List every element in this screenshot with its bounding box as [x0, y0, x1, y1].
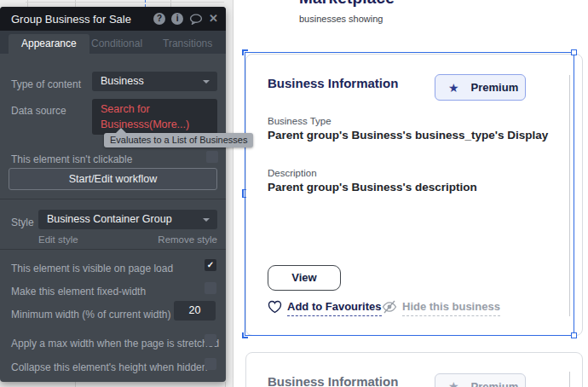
start-edit-workflow-button[interactable]: Start/Edit workflow: [9, 168, 217, 190]
business-type-value: Parent group's Business's business_type'…: [268, 129, 548, 142]
remove-style-link[interactable]: Remove style: [158, 234, 217, 245]
section-divider: [0, 199, 226, 199]
responsive-guide-line: [145, 0, 146, 7]
style-value: Business Container Group: [38, 210, 217, 229]
max-width-label: Apply a max width when the page is stret…: [11, 338, 219, 349]
not-clickable-label: This element isn't clickable: [11, 153, 132, 165]
style-dropdown[interactable]: Business Container Group: [38, 210, 217, 229]
info-icon[interactable]: i: [171, 13, 183, 25]
type-of-content-value: Business: [92, 72, 217, 91]
card-title: Business Information: [268, 76, 398, 90]
edit-style-link[interactable]: Edit style: [38, 234, 78, 245]
min-width-label: Minimum width (% of current width): [11, 309, 170, 321]
premium-badge[interactable]: ★ Premium: [435, 74, 526, 101]
editor-screen: Marketplace businesses showing Business …: [0, 0, 588, 387]
visible-on-load-label: This element is visible on page load: [11, 263, 173, 274]
page-title: Marketplace: [299, 0, 395, 8]
style-label: Style: [11, 217, 34, 228]
premium-label: Premium: [471, 81, 519, 94]
canvas-guide: [75, 382, 76, 387]
panel-tabs: Appearance Conditional Transitions: [0, 31, 226, 54]
card-title: Business Information: [268, 374, 398, 387]
businesses-count-text: businesses showing: [299, 14, 383, 24]
selection-handle-top-right[interactable]: [571, 49, 577, 55]
star-icon: ★: [448, 380, 459, 387]
page-preview: Marketplace businesses showing Business …: [233, 0, 588, 387]
add-to-favourites-link[interactable]: Add to Favourites: [287, 300, 382, 316]
tab-appearance[interactable]: Appearance: [9, 34, 89, 54]
section-divider: [0, 249, 226, 250]
panel-header[interactable]: Group Business for Sale ? i ✕: [0, 7, 226, 31]
selection-bracket-bottom-left: [242, 332, 248, 338]
description-value: Parent group's Business's description: [268, 181, 477, 194]
property-editor-panel: Group Business for Sale ? i ✕ Appearance…: [0, 7, 226, 382]
data-source-expression[interactable]: Search for Businesss(More...): [92, 99, 217, 135]
chevron-down-icon: [203, 80, 210, 84]
chevron-down-icon: [203, 218, 210, 222]
fixed-width-checkbox[interactable]: [205, 282, 216, 294]
expression-tooltip: Evaluates to a List of Businesses: [104, 133, 253, 147]
view-button[interactable]: View: [268, 265, 341, 291]
comment-icon[interactable]: [189, 14, 203, 25]
fixed-width-label: Make this element fixed-width: [11, 286, 146, 297]
check-icon: ✓: [207, 260, 214, 269]
collapse-height-checkbox[interactable]: [205, 358, 216, 370]
not-clickable-checkbox[interactable]: [206, 151, 218, 163]
business-type-label: Business Type: [268, 116, 331, 126]
close-icon[interactable]: ✕: [209, 13, 218, 25]
selection-handle-bottom-right[interactable]: [571, 332, 577, 338]
canvas-guide: [225, 382, 226, 387]
help-icon[interactable]: ?: [153, 13, 165, 25]
description-label: Description: [268, 168, 317, 178]
panel-title: Group Business for Sale: [11, 13, 131, 26]
min-width-input[interactable]: 20: [174, 301, 216, 321]
panel-header-icons: ? i ✕: [153, 13, 218, 25]
tab-conditional[interactable]: Conditional: [91, 34, 142, 54]
collapse-height-label: Collapse this element's height when hidd…: [11, 361, 207, 373]
tab-transitions[interactable]: Transitions: [163, 34, 212, 54]
card-divider: [569, 75, 570, 316]
type-of-content-dropdown[interactable]: Business: [92, 72, 217, 91]
tooltip-text: Evaluates to a List of Businesses: [110, 135, 247, 145]
selection-bracket-mid-left: [242, 189, 246, 198]
canvas-guide: [26, 2, 224, 3]
hide-business-link[interactable]: Hide this business: [402, 300, 500, 316]
premium-label: Premium: [471, 380, 519, 387]
eye-off-icon: [382, 300, 397, 314]
heart-icon: [268, 300, 282, 314]
visible-on-load-checkbox[interactable]: ✓: [205, 259, 216, 271]
star-icon: ★: [448, 82, 459, 94]
tooltip-arrow: [116, 128, 126, 133]
business-card[interactable]: Business Information ★ Premium Business …: [245, 54, 583, 336]
data-source-label: Data source: [11, 105, 66, 117]
selection-bracket-top-left: [242, 49, 248, 55]
card-divider: [569, 372, 570, 387]
business-card-next[interactable]: Business Information ★ Premium: [245, 352, 583, 387]
max-width-checkbox[interactable]: [205, 334, 216, 346]
premium-badge[interactable]: ★ Premium: [435, 373, 526, 387]
type-of-content-label: Type of content: [11, 78, 81, 90]
